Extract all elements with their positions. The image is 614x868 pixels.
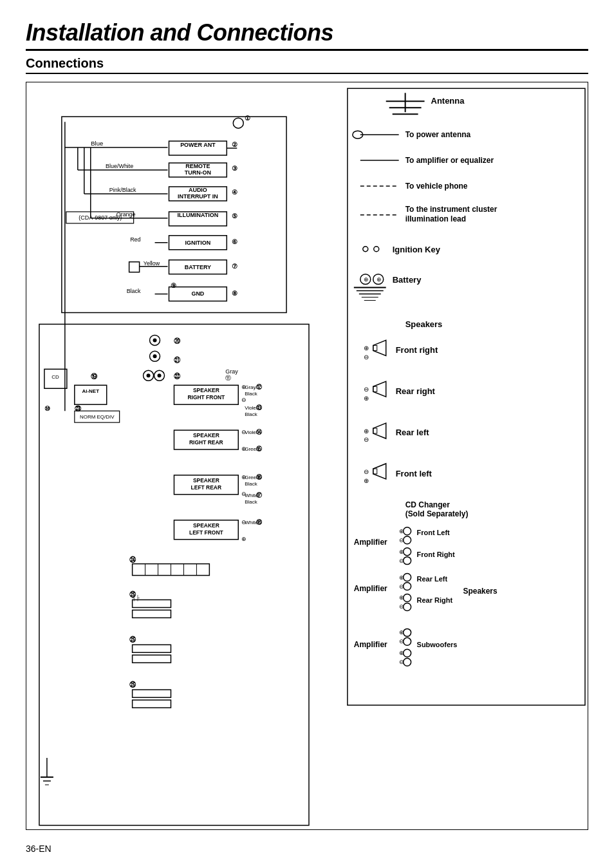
- svg-text:⑫: ⑫: [256, 384, 263, 390]
- svg-text:INTERRUPT IN: INTERRUPT IN: [178, 193, 218, 200]
- svg-point-1: [233, 118, 243, 128]
- svg-text:Yellow: Yellow: [144, 260, 160, 267]
- svg-text:⊖: ⊖: [364, 354, 369, 361]
- svg-point-60: [147, 373, 151, 377]
- diagram-area: ① Blue POWER ANT ② Blue/White REMOTE TUR…: [26, 82, 588, 830]
- svg-rect-162: [373, 345, 377, 350]
- svg-text:Battery: Battery: [393, 275, 422, 285]
- svg-text:Antenna: Antenna: [431, 96, 465, 106]
- svg-text:⑰: ⑰: [256, 492, 263, 498]
- svg-text:POWER ANT: POWER ANT: [180, 142, 216, 148]
- svg-text:Ignition Key: Ignition Key: [393, 245, 441, 254]
- svg-text:Front Right: Front Right: [417, 551, 455, 558]
- svg-text:To the instrument cluster: To the instrument cluster: [405, 205, 498, 214]
- svg-text:Ai-NET: Ai-NET: [82, 388, 99, 394]
- svg-text:⑤: ⑤: [232, 212, 237, 220]
- svg-rect-172: [373, 428, 377, 433]
- svg-point-207: [404, 628, 411, 636]
- svg-rect-123: [133, 655, 171, 663]
- svg-text:⑱: ⑱: [256, 519, 263, 525]
- svg-point-147: [374, 247, 379, 252]
- svg-point-211: [404, 649, 411, 657]
- svg-text:Black: Black: [245, 411, 257, 417]
- svg-text:⑪: ⑪: [225, 375, 231, 381]
- svg-text:(Sold Separately): (Sold Separately): [405, 509, 469, 518]
- svg-text:⑭: ⑭: [256, 429, 263, 435]
- svg-text:Pink/Black: Pink/Black: [109, 187, 136, 193]
- svg-text:⑨: ⑨: [171, 282, 176, 289]
- svg-point-202: [404, 603, 411, 610]
- svg-rect-125: [133, 690, 171, 697]
- svg-text:Speakers: Speakers: [405, 319, 443, 329]
- page-number: 36-EN: [26, 839, 588, 856]
- svg-marker-161: [373, 340, 386, 355]
- svg-rect-177: [373, 469, 377, 474]
- svg-point-58: [153, 354, 157, 358]
- svg-text:⑥: ⑥: [232, 238, 237, 245]
- svg-text:⊕: ⊕: [364, 477, 369, 484]
- svg-point-213: [404, 658, 411, 666]
- section-title: Connections: [26, 56, 588, 74]
- svg-text:⑮: ⑮: [256, 446, 263, 452]
- svg-text:②: ②: [232, 141, 237, 148]
- svg-text:LEFT REAR: LEFT REAR: [191, 484, 222, 491]
- svg-text:Amplifier: Amplifier: [354, 538, 387, 547]
- svg-point-209: [404, 637, 411, 645]
- svg-text:Black: Black: [245, 499, 257, 505]
- svg-text:Speakers: Speakers: [463, 587, 498, 596]
- svg-text:AUDIO: AUDIO: [189, 187, 207, 193]
- page-num-value: 36: [26, 844, 36, 854]
- svg-text:Blue: Blue: [91, 140, 103, 147]
- svg-point-191: [404, 557, 411, 565]
- svg-text:㉕: ㉕: [129, 681, 136, 688]
- svg-text:⊕: ⊕: [364, 395, 369, 402]
- svg-text:Rear Right: Rear Right: [417, 596, 453, 604]
- svg-rect-122: [133, 645, 171, 652]
- svg-marker-176: [373, 464, 386, 479]
- svg-point-146: [363, 247, 368, 252]
- svg-point-195: [404, 574, 411, 581]
- svg-text:Black: Black: [245, 481, 257, 487]
- svg-text:⊕: ⊕: [364, 344, 369, 352]
- svg-text:Amplifier: Amplifier: [354, 584, 387, 593]
- svg-text:To vehicle phone: To vehicle phone: [405, 182, 468, 191]
- page-suffix: -EN: [36, 844, 51, 854]
- svg-text:Front left: Front left: [396, 469, 433, 478]
- svg-text:SPEAKER: SPEAKER: [193, 522, 219, 529]
- svg-text:Rear left: Rear left: [396, 428, 430, 437]
- svg-text:BATTERY: BATTERY: [185, 264, 211, 270]
- svg-text:⑩: ⑩: [44, 405, 50, 412]
- svg-text:㉒: ㉒: [174, 372, 181, 380]
- svg-text:③: ③: [232, 165, 237, 172]
- svg-text:⊖: ⊖: [364, 386, 369, 393]
- svg-text:To power antenna: To power antenna: [405, 130, 471, 139]
- svg-text:⊕: ⊕: [364, 428, 369, 435]
- svg-text:NORM  EQ/DIV: NORM EQ/DIV: [80, 414, 115, 420]
- svg-text:illumination lead: illumination lead: [405, 214, 466, 223]
- svg-text:┤├: ┤├: [132, 594, 140, 601]
- page-title: Installation and Connections: [26, 19, 588, 51]
- svg-text:Gray: Gray: [225, 368, 238, 375]
- svg-text:⊕: ⊕: [241, 536, 247, 542]
- svg-text:CD: CD: [51, 374, 59, 380]
- svg-point-197: [404, 583, 411, 590]
- svg-text:ILLUMINATION: ILLUMINATION: [178, 212, 219, 218]
- svg-text:⑳: ⑳: [174, 337, 181, 344]
- svg-text:Black: Black: [127, 288, 141, 294]
- svg-text:To amplifier or equalizer: To amplifier or equalizer: [405, 156, 494, 165]
- svg-point-56: [153, 338, 157, 342]
- svg-text:SPEAKER: SPEAKER: [193, 432, 219, 439]
- svg-text:㉑: ㉑: [174, 356, 181, 364]
- svg-rect-126: [133, 700, 171, 708]
- svg-text:⑲: ⑲: [91, 373, 98, 380]
- svg-text:TURN-ON: TURN-ON: [185, 169, 211, 176]
- svg-text:Front Left: Front Left: [417, 529, 451, 536]
- svg-text:㉔: ㉔: [129, 556, 136, 563]
- svg-text:⑯: ⑯: [256, 474, 263, 480]
- svg-point-189: [404, 548, 411, 556]
- page-wrapper: Installation and Connections Connections…: [0, 0, 614, 868]
- svg-text:⑧: ⑧: [232, 290, 237, 297]
- svg-text:(CDA-9807 only): (CDA-9807 only): [79, 214, 122, 221]
- svg-text:Rear right: Rear right: [396, 386, 436, 396]
- svg-text:⑦: ⑦: [232, 263, 237, 270]
